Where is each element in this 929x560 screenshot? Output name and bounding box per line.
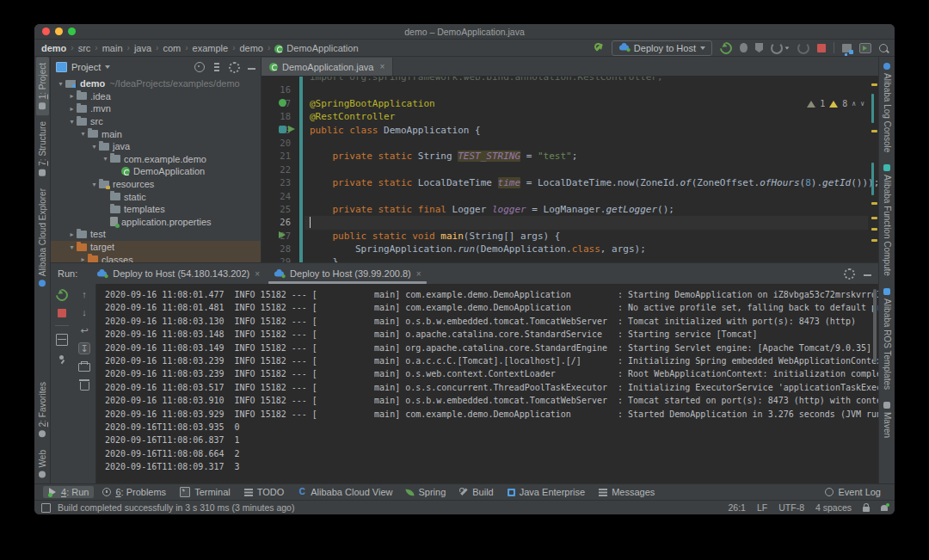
- chevron-right-icon[interactable]: ▸: [67, 105, 77, 113]
- close-tab-icon[interactable]: ×: [416, 269, 421, 279]
- tool-stripe-button[interactable]: Web: [36, 444, 49, 483]
- tree-item-classes[interactable]: ▸classes: [51, 253, 261, 262]
- close-tab-icon[interactable]: ×: [379, 62, 385, 71]
- tree-item-test[interactable]: ▸test: [51, 228, 261, 241]
- breadcrumb-item[interactable]: java: [134, 43, 151, 53]
- error-stripe[interactable]: [869, 77, 878, 262]
- restore-layout-icon[interactable]: [56, 334, 68, 346]
- attach-profiler-button[interactable]: [797, 42, 809, 54]
- project-panel-title[interactable]: Project: [71, 62, 101, 72]
- gear-icon[interactable]: [844, 268, 855, 280]
- next-issue-icon[interactable]: ∨: [860, 100, 864, 108]
- gear-icon[interactable]: [229, 62, 240, 73]
- editor-tab[interactable]: DemoApplication.java ×: [261, 58, 393, 76]
- breadcrumb-item[interactable]: src: [78, 43, 91, 53]
- line-separator[interactable]: LF: [757, 502, 767, 513]
- tree-item-demo[interactable]: ▾demo~/IdeaProjects/examples/demo: [51, 77, 261, 90]
- chevron-right-icon[interactable]: ▸: [67, 92, 77, 100]
- breadcrumb-item[interactable]: main: [102, 43, 123, 53]
- chevron-right-icon[interactable]: ▸: [67, 231, 77, 238]
- inspection-widget[interactable]: 1 8 ∧ ∨: [807, 99, 864, 108]
- run-tab[interactable]: Deploy to Host (54.180.143.202)×: [89, 263, 267, 284]
- run-button[interactable]: [717, 40, 735, 57]
- tree-item--mvn[interactable]: ▸.mvn: [51, 102, 261, 115]
- tree-item-templates[interactable]: templates: [51, 203, 261, 216]
- locate-file-icon[interactable]: [194, 62, 205, 72]
- tool-stripe-button[interactable]: 1: Project: [36, 57, 49, 115]
- stop-button[interactable]: [817, 44, 826, 52]
- tree-item-src[interactable]: ▾src: [51, 115, 261, 128]
- chevron-down-icon[interactable]: ▾: [56, 80, 65, 88]
- console-scrollbar[interactable]: [873, 289, 877, 362]
- run-line-icon[interactable]: [288, 126, 295, 132]
- tool-stripe-button[interactable]: 2: Favorites: [36, 376, 49, 443]
- breadcrumb-item[interactable]: DemoApplication: [274, 43, 358, 53]
- chevron-down-icon[interactable]: [105, 65, 110, 69]
- file-encoding[interactable]: UTF-8: [778, 502, 804, 513]
- code-line[interactable]: import org.springframework.web.bind.anno…: [261, 77, 868, 83]
- chevron-down-icon[interactable]: ▾: [89, 181, 99, 188]
- code-line[interactable]: 16: [261, 83, 868, 96]
- run-dashboard-button[interactable]: [859, 43, 871, 53]
- build-wrench-icon[interactable]: [594, 43, 604, 52]
- tree-item-main[interactable]: ▾main: [51, 127, 261, 140]
- search-everywhere-button[interactable]: [879, 44, 888, 52]
- chevron-down-icon[interactable]: ▾: [67, 243, 77, 251]
- tree-item-target[interactable]: ▾target: [51, 241, 261, 254]
- clear-console-icon[interactable]: [80, 382, 89, 391]
- code-line[interactable]: 21 private static String TEST_STRING = "…: [261, 150, 868, 163]
- tree-item-com-example-demo[interactable]: ▾com.example.demo: [51, 153, 261, 166]
- tool-window-button-messages[interactable]: Messages: [594, 486, 660, 498]
- run-tab[interactable]: Deploy to Host (39.99.200.8)×: [267, 263, 428, 284]
- down-stack-trace-icon[interactable]: ↓: [79, 307, 89, 317]
- tool-window-button-build[interactable]: Build: [454, 486, 498, 498]
- tool-window-button-alibaba[interactable]: CAlibaba Cloud View: [292, 486, 397, 498]
- hide-panel-icon[interactable]: [248, 68, 255, 70]
- tool-window-button-problems[interactable]: 6: Problems: [97, 486, 171, 498]
- tree-item--idea[interactable]: ▸.idea: [51, 90, 261, 103]
- breadcrumb-item[interactable]: com: [163, 43, 181, 53]
- chevron-down-icon[interactable]: ▾: [101, 155, 110, 163]
- tool-window-button-javaee[interactable]: Java Enterprise: [502, 486, 590, 498]
- code-line[interactable]: 19public class DemoApplication {: [261, 124, 868, 137]
- tool-stripe-button[interactable]: Maven: [881, 396, 894, 444]
- tree-item-static[interactable]: static: [51, 190, 261, 203]
- tool-stripe-button[interactable]: Alibaba Function Compute: [881, 158, 894, 282]
- code-line[interactable]: 25 private static final Logger logger = …: [261, 203, 868, 216]
- tool-window-button-terminal[interactable]: Terminal: [175, 486, 236, 498]
- tool-window-button-run[interactable]: 4: Run: [43, 486, 94, 498]
- tree-item-resources[interactable]: ▾resources: [51, 178, 261, 191]
- lock-icon[interactable]: [863, 507, 870, 512]
- up-stack-trace-icon[interactable]: ↑: [79, 289, 89, 299]
- code-line[interactable]: 18@RestController: [261, 110, 868, 123]
- run-configuration-select[interactable]: Deploy to Host: [612, 40, 712, 56]
- tree-item-demoapplication[interactable]: DemoApplication: [51, 165, 261, 178]
- chevron-right-icon[interactable]: ▸: [78, 255, 88, 262]
- tool-stripe-button[interactable]: 7: Structure: [36, 115, 49, 182]
- run-line-icon[interactable]: [279, 231, 286, 238]
- close-tab-icon[interactable]: ×: [255, 269, 260, 279]
- coverage-button[interactable]: [755, 43, 763, 52]
- caret-position[interactable]: 26:1: [729, 502, 746, 513]
- chevron-down-icon[interactable]: ▾: [78, 130, 88, 138]
- breadcrumb-item[interactable]: demo: [239, 43, 263, 53]
- chevron-down-icon[interactable]: ▾: [67, 118, 77, 126]
- breadcrumb-item[interactable]: example: [193, 43, 229, 53]
- tree-item-java[interactable]: ▾java: [51, 140, 261, 153]
- spring-bean-icon[interactable]: [279, 99, 286, 107]
- scroll-to-end-icon[interactable]: ↧: [79, 343, 89, 354]
- stop-process-button[interactable]: [58, 309, 66, 317]
- run-class-icon[interactable]: [279, 126, 286, 133]
- tool-stripe-button[interactable]: Alibaba Cloud Explorer: [36, 182, 49, 292]
- code-line[interactable]: 20: [261, 137, 868, 150]
- collapse-all-icon[interactable]: [212, 63, 221, 71]
- pin-tab-icon[interactable]: [57, 354, 67, 364]
- soft-wrap-icon[interactable]: ↩: [79, 325, 89, 335]
- tool-stripe-button[interactable]: Alibaba Log Console: [881, 57, 894, 158]
- project-structure-button[interactable]: [842, 44, 852, 52]
- tool-stripe-button[interactable]: Alibaba ROS Templates: [881, 282, 894, 396]
- debug-button[interactable]: [740, 43, 748, 52]
- code-line[interactable]: 27 public static void main(String[] args…: [261, 230, 868, 243]
- profiler-button[interactable]: [771, 42, 783, 54]
- code-line[interactable]: 29 }: [261, 255, 868, 262]
